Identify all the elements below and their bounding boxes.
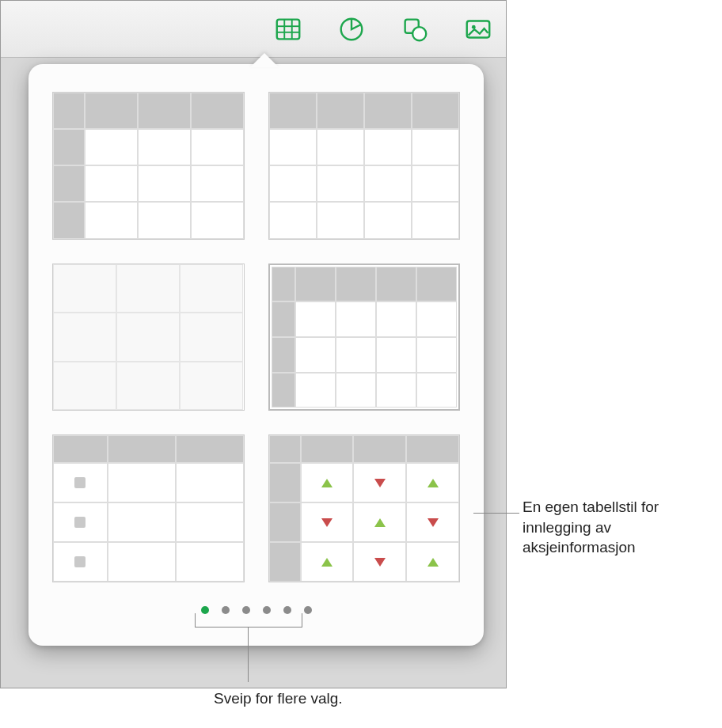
svg-point-9 — [472, 25, 476, 28]
table-styles-popover[interactable] — [28, 64, 484, 646]
callout-leader — [195, 613, 302, 628]
svg-rect-8 — [467, 21, 490, 37]
table-style-header-row-col[interactable] — [52, 92, 245, 240]
svg-rect-0 — [277, 19, 300, 39]
table-style-header-row[interactable] — [268, 92, 461, 240]
app-canvas — [0, 0, 507, 688]
table-style-grid — [52, 92, 460, 582]
table-style-stock[interactable] — [268, 434, 461, 582]
callout-swipe-hint: Sveip for flere valg. — [214, 688, 343, 709]
table-style-boxed[interactable] — [268, 264, 461, 411]
insert-media-button[interactable] — [458, 9, 498, 49]
table-style-checkbox[interactable] — [52, 434, 245, 582]
shape-icon — [400, 14, 430, 44]
callout-leader — [248, 628, 249, 682]
chart-icon — [336, 14, 367, 44]
insert-table-button[interactable] — [268, 9, 308, 49]
table-icon — [273, 14, 303, 44]
callout-stock-style: En egen tabellstil for innlegging av aks… — [522, 497, 712, 558]
insert-shape-button[interactable] — [395, 9, 435, 49]
table-style-plain[interactable] — [52, 264, 245, 411]
svg-point-7 — [412, 27, 426, 40]
media-icon — [463, 14, 493, 44]
page-dot-6[interactable] — [304, 606, 312, 614]
insert-chart-button[interactable] — [332, 9, 371, 49]
toolbar — [1, 1, 506, 58]
callout-leader — [473, 513, 519, 514]
